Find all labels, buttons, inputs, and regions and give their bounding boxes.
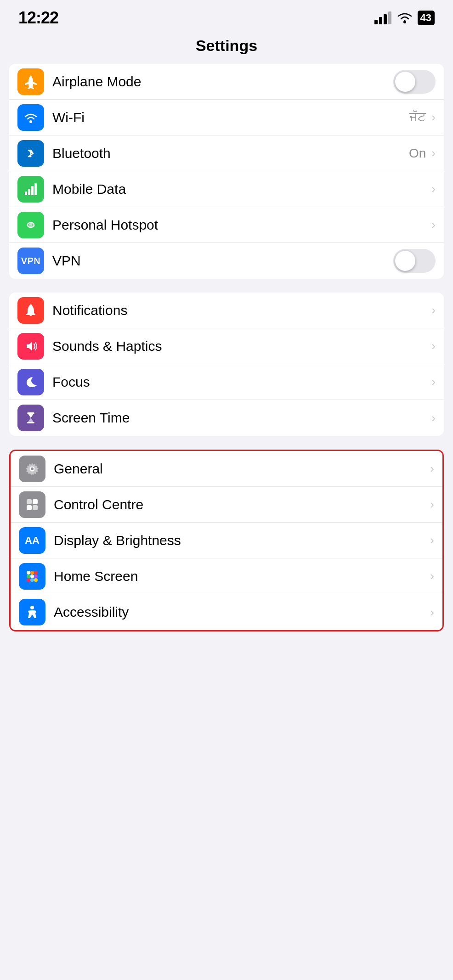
bluetooth-value: On bbox=[409, 146, 426, 161]
home-screen-label: Home Screen bbox=[54, 569, 428, 584]
mobile-data-label: Mobile Data bbox=[52, 181, 430, 197]
row-screen-time[interactable]: Screen Time › bbox=[9, 400, 444, 436]
hotspot-icon bbox=[17, 212, 44, 238]
svg-rect-17 bbox=[27, 499, 32, 504]
svg-rect-8 bbox=[31, 186, 34, 195]
section-system: Notifications › Sounds & Haptics › Focus… bbox=[9, 293, 444, 436]
row-bluetooth[interactable]: Bluetooth On › bbox=[9, 135, 444, 171]
gear-svg bbox=[24, 461, 40, 477]
svg-point-23 bbox=[34, 571, 38, 574]
svg-rect-13 bbox=[27, 422, 34, 423]
vpn-icon: VPN bbox=[17, 248, 44, 274]
display-brightness-label: Display & Brightness bbox=[54, 533, 428, 548]
aa-text: AA bbox=[25, 535, 40, 546]
focus-icon bbox=[17, 369, 44, 395]
vpn-text: VPN bbox=[21, 256, 41, 266]
display-brightness-chevron: › bbox=[430, 533, 434, 547]
dots-svg bbox=[24, 569, 40, 584]
toggles-svg bbox=[24, 497, 40, 513]
page-title: Settings bbox=[0, 32, 453, 64]
row-mobile-data[interactable]: Mobile Data › bbox=[9, 171, 444, 207]
control-centre-chevron: › bbox=[430, 497, 434, 512]
accessibility-icon bbox=[19, 599, 45, 625]
airplane-svg bbox=[23, 74, 39, 90]
mobile-data-icon bbox=[17, 176, 44, 203]
wifi-value: ਜੱਟ bbox=[409, 110, 426, 125]
svg-rect-7 bbox=[28, 189, 30, 195]
row-personal-hotspot[interactable]: Personal Hotspot › bbox=[9, 207, 444, 243]
section-connectivity: Airplane Mode Wi-Fi ਜੱਟ › Bluetooth On › bbox=[9, 64, 444, 279]
svg-point-27 bbox=[27, 578, 30, 582]
sounds-icon bbox=[17, 333, 44, 360]
wifi-icon bbox=[17, 104, 44, 131]
control-centre-icon bbox=[19, 491, 45, 518]
row-vpn[interactable]: VPN VPN bbox=[9, 243, 444, 279]
notifications-icon bbox=[17, 297, 44, 324]
status-time: 12:22 bbox=[18, 8, 58, 28]
svg-point-22 bbox=[30, 571, 34, 574]
row-control-centre[interactable]: Control Centre › bbox=[11, 487, 442, 523]
notifications-chevron: › bbox=[431, 303, 436, 317]
svg-point-25 bbox=[30, 574, 34, 578]
airplane-mode-thumb bbox=[395, 72, 415, 92]
signal-svg bbox=[23, 181, 39, 197]
control-centre-label: Control Centre bbox=[54, 497, 428, 513]
general-icon bbox=[19, 456, 45, 482]
hourglass-svg bbox=[23, 410, 39, 426]
speaker-svg bbox=[23, 338, 39, 354]
svg-rect-12 bbox=[27, 412, 34, 414]
svg-rect-20 bbox=[33, 505, 38, 510]
svg-rect-2 bbox=[384, 14, 387, 24]
focus-chevron: › bbox=[431, 375, 436, 389]
status-bar: 12:22 43 bbox=[0, 0, 453, 32]
row-notifications[interactable]: Notifications › bbox=[9, 293, 444, 328]
svg-rect-19 bbox=[27, 505, 32, 510]
accessibility-label: Accessibility bbox=[54, 604, 428, 620]
moon-svg bbox=[23, 374, 39, 390]
general-chevron: › bbox=[430, 462, 434, 476]
row-focus[interactable]: Focus › bbox=[9, 364, 444, 400]
home-screen-chevron: › bbox=[430, 569, 434, 583]
wifi-chevron: › bbox=[431, 110, 436, 124]
svg-rect-9 bbox=[34, 183, 37, 195]
personal-hotspot-label: Personal Hotspot bbox=[52, 217, 430, 233]
status-icons: 43 bbox=[374, 11, 435, 25]
svg-point-5 bbox=[29, 120, 32, 123]
vpn-label: VPN bbox=[52, 253, 390, 269]
section-device: General › Control Centre › AA Display & … bbox=[9, 450, 444, 631]
svg-point-24 bbox=[27, 574, 30, 578]
general-label: General bbox=[54, 461, 428, 477]
wifi-svg bbox=[23, 110, 39, 125]
svg-point-4 bbox=[403, 21, 406, 23]
row-airplane-mode[interactable]: Airplane Mode bbox=[9, 64, 444, 100]
bell-svg bbox=[23, 303, 39, 318]
row-general[interactable]: General › bbox=[11, 451, 442, 487]
personal-hotspot-chevron: › bbox=[431, 218, 436, 232]
airplane-mode-icon bbox=[17, 68, 44, 95]
accessibility-chevron: › bbox=[430, 605, 434, 620]
display-brightness-icon: AA bbox=[19, 527, 45, 554]
svg-point-21 bbox=[27, 571, 30, 574]
airplane-mode-label: Airplane Mode bbox=[52, 74, 390, 90]
sounds-haptics-label: Sounds & Haptics bbox=[52, 338, 430, 354]
row-home-screen[interactable]: Home Screen › bbox=[11, 558, 442, 594]
wifi-label: Wi-Fi bbox=[52, 110, 409, 125]
airplane-mode-toggle[interactable] bbox=[393, 70, 436, 94]
wifi-status-icon bbox=[396, 11, 413, 24]
row-sounds-haptics[interactable]: Sounds & Haptics › bbox=[9, 328, 444, 364]
row-wifi[interactable]: Wi-Fi ਜੱਟ › bbox=[9, 100, 444, 135]
home-screen-icon bbox=[19, 563, 45, 590]
vpn-thumb bbox=[395, 251, 415, 271]
hotspot-svg bbox=[23, 217, 39, 233]
svg-rect-6 bbox=[25, 191, 27, 195]
svg-point-11 bbox=[30, 304, 32, 306]
signal-icon bbox=[374, 11, 392, 24]
svg-point-28 bbox=[30, 578, 34, 582]
row-display-brightness[interactable]: AA Display & Brightness › bbox=[11, 523, 442, 558]
svg-point-29 bbox=[34, 578, 38, 582]
vpn-toggle[interactable] bbox=[393, 249, 436, 273]
svg-rect-3 bbox=[388, 11, 391, 24]
bluetooth-svg bbox=[23, 146, 39, 161]
battery-icon: 43 bbox=[418, 11, 435, 25]
row-accessibility[interactable]: Accessibility › bbox=[11, 594, 442, 630]
